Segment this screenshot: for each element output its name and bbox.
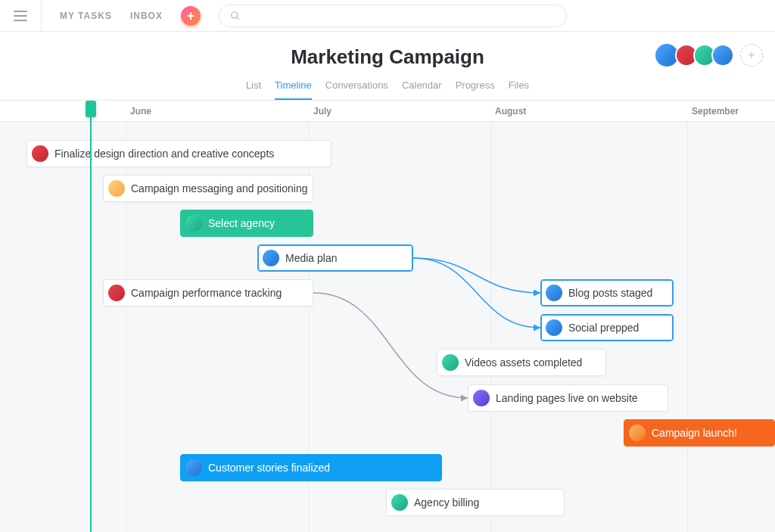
gridline [490, 101, 491, 532]
task-label: Select agency [208, 217, 275, 229]
task-label: Videos assets completed [465, 356, 582, 369]
tab-list[interactable]: List [246, 79, 261, 100]
project-tabs: ListTimelineConversationsCalendarProgres… [0, 79, 775, 100]
month-header: JuneJulyAugustSeptember [0, 101, 775, 122]
task-bar[interactable]: Media plan [257, 244, 413, 272]
assignee-avatar [32, 145, 48, 162]
tab-timeline[interactable]: Timeline [275, 79, 312, 100]
menu-icon[interactable] [12, 0, 42, 31]
task-bar[interactable]: Landing pages live on website [468, 384, 668, 412]
task-label: Landing pages live on website [496, 392, 638, 404]
task-label: Campaign launch! [652, 427, 737, 439]
assignee-avatar [546, 319, 562, 336]
today-line [90, 101, 92, 532]
task-bar[interactable]: Campaign performance tracking [103, 279, 313, 306]
month-label: September [692, 106, 739, 117]
task-label: Campaign performance tracking [131, 287, 282, 299]
tab-files[interactable]: Files [509, 79, 529, 100]
tab-calendar[interactable]: Calendar [402, 79, 442, 100]
nav-my-tasks[interactable]: MY TASKS [60, 11, 112, 21]
task-bar[interactable]: Finalize design direction and creative c… [26, 140, 331, 167]
today-handle[interactable] [86, 101, 96, 117]
svg-point-0 [232, 11, 238, 17]
member-avatar[interactable] [711, 44, 734, 67]
tab-conversations[interactable]: Conversations [325, 79, 388, 100]
assignee-avatar [473, 390, 490, 406]
dependency-line [413, 258, 540, 293]
search-field[interactable] [219, 5, 567, 27]
task-bar[interactable]: Select agency [180, 210, 313, 237]
svg-line-1 [237, 17, 239, 19]
timeline: JuneJulyAugustSeptember Finalize design … [0, 101, 775, 532]
assignee-avatar [185, 459, 202, 476]
task-bar[interactable]: Blog posts staged [540, 279, 674, 306]
assignee-avatar [546, 285, 562, 301]
task-label: Finalize design direction and creative c… [54, 148, 274, 160]
assignee-avatar [185, 215, 202, 232]
task-label: Agency billing [414, 496, 479, 509]
assignee-avatar [108, 285, 125, 301]
gridline [687, 101, 688, 532]
project-header: Marketing Campaign ListTimelineConversat… [0, 32, 775, 101]
nav-inbox[interactable]: INBOX [130, 11, 163, 21]
task-bar[interactable]: Videos assets completed [437, 349, 606, 376]
assignee-avatar [391, 494, 408, 511]
month-label: July [313, 106, 331, 117]
add-member-button[interactable]: + [740, 44, 763, 67]
dependency-line [413, 258, 540, 328]
project-members: + [658, 42, 763, 68]
task-label: Media plan [285, 252, 338, 264]
task-bar[interactable]: Campaign messaging and positioning [103, 175, 313, 202]
task-label: Campaign messaging and positioning [131, 182, 307, 194]
dependency-line [313, 293, 468, 398]
search-input[interactable] [247, 10, 556, 21]
month-label: August [495, 106, 526, 117]
task-label: Social prepped [568, 322, 639, 334]
assignee-avatar [263, 250, 279, 266]
task-label: Blog posts staged [568, 287, 652, 299]
task-bar[interactable]: Agency billing [386, 489, 565, 516]
task-bar[interactable]: Campaign launch! [624, 419, 775, 446]
assignee-avatar [629, 425, 646, 441]
top-bar: MY TASKS INBOX + [0, 0, 775, 32]
tab-progress[interactable]: Progress [456, 79, 495, 100]
task-bar[interactable]: Customer stories finalized [180, 454, 442, 481]
search-icon [230, 11, 241, 21]
task-bar[interactable]: Social prepped [540, 314, 674, 341]
add-button[interactable]: + [181, 6, 201, 26]
month-label: June [130, 106, 151, 117]
task-label: Customer stories finalized [208, 462, 330, 474]
assignee-avatar [108, 180, 125, 197]
assignee-avatar [442, 354, 459, 371]
